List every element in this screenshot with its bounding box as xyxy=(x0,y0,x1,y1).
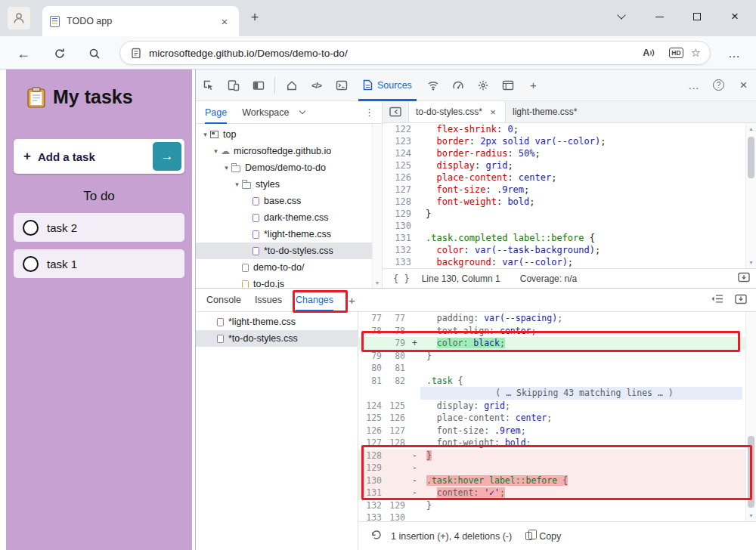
expand-drawer-button[interactable] xyxy=(711,294,724,306)
browser-tab[interactable]: TODO app × xyxy=(42,6,239,36)
changes-diff-view[interactable]: 7777 padding: var(--spacing);7878 text-a… xyxy=(358,312,745,521)
inspect-element-button[interactable] xyxy=(196,70,221,101)
line-number[interactable]: 130 xyxy=(383,220,420,232)
code-editor[interactable]: 122 flex-shrink: 0;123 border: 2px solid… xyxy=(383,123,745,268)
navigator-scrollbar[interactable]: ▼ xyxy=(372,124,382,288)
add-task-input[interactable]: + Add a task → xyxy=(14,139,184,174)
changed-file-item[interactable]: *to-do-styles.css xyxy=(196,330,358,347)
line-number[interactable]: 122 xyxy=(383,123,420,135)
scroll-down-icon[interactable]: ▼ xyxy=(746,511,756,521)
search-button[interactable] xyxy=(85,44,104,63)
new-tab-button[interactable]: + xyxy=(246,10,263,26)
line-number[interactable]: 133 xyxy=(383,256,420,268)
tree-item-light-theme.css[interactable]: *light-theme.css xyxy=(196,226,372,243)
changed-file-item[interactable]: *light-theme.css xyxy=(196,314,358,330)
tab-welcome[interactable] xyxy=(279,70,304,101)
tree-item-microsoftedge.github.io[interactable]: ▾☁microsoftedge.github.io xyxy=(196,143,372,159)
tab-network[interactable] xyxy=(421,70,446,101)
url-text[interactable]: microsoftedge.github.io/Demos/demo-to-do… xyxy=(149,48,643,59)
tab-sources[interactable]: Sources xyxy=(354,70,421,101)
back-button[interactable]: ← xyxy=(14,44,33,63)
drawer-tab-issues[interactable]: Issues xyxy=(255,289,282,312)
diff-row-ctx: 7777 padding: var(--spacing); xyxy=(358,312,745,325)
devtools-panel: </> Sources xyxy=(195,70,756,550)
toggle-navigator-button[interactable] xyxy=(383,101,408,122)
browser-chevron-button[interactable] xyxy=(605,3,638,30)
close-window-button[interactable]: × xyxy=(718,3,751,30)
line-number[interactable]: 123 xyxy=(383,135,420,147)
editor-tab-to-do-styles[interactable]: to-do-styles.css* × xyxy=(408,101,506,122)
task-checkbox[interactable] xyxy=(23,220,39,236)
tab-workspace[interactable]: Workspace xyxy=(242,101,289,124)
close-devtools-button[interactable]: × xyxy=(731,70,756,101)
browser-menu-button[interactable]: … xyxy=(724,44,744,63)
copy-icon[interactable] xyxy=(525,532,532,540)
line-number[interactable]: 124 xyxy=(383,147,420,159)
task-item[interactable]: task 2 xyxy=(14,213,184,242)
line-number[interactable]: 128 xyxy=(383,196,420,208)
help-button[interactable]: ? xyxy=(706,70,731,101)
tab-memory[interactable] xyxy=(471,70,496,101)
line-number[interactable]: 125 xyxy=(383,159,420,171)
copy-button[interactable]: Copy xyxy=(539,531,561,542)
profile-avatar[interactable] xyxy=(8,7,30,29)
drawer-tab-console[interactable]: Console xyxy=(206,289,241,312)
editor-scrollbar[interactable]: ▲ ▼ xyxy=(745,123,756,268)
scroll-up-icon[interactable]: ▲ xyxy=(746,124,756,134)
line-number[interactable]: 127 xyxy=(383,184,420,196)
add-task-submit-button[interactable]: → xyxy=(153,142,181,171)
chevron-expanded-icon[interactable]: ▾ xyxy=(211,147,221,155)
tree-item-demo-to-do[interactable]: demo-to-do/ xyxy=(196,259,372,276)
scrollbar-thumb[interactable] xyxy=(748,436,754,508)
tab-close-icon[interactable]: × xyxy=(218,15,231,28)
editor-tab-light-theme[interactable]: light-theme.css* xyxy=(506,101,584,122)
tab-application[interactable] xyxy=(496,70,521,101)
tab-performance[interactable] xyxy=(446,70,471,101)
chevron-down-icon[interactable] xyxy=(299,108,305,114)
scroll-down-icon[interactable]: ▼ xyxy=(373,278,382,288)
scroll-down-icon[interactable]: ▼ xyxy=(746,258,756,267)
tree-item-top[interactable]: ▾top xyxy=(196,126,372,143)
close-tab-icon[interactable]: × xyxy=(488,107,498,118)
tree-item-demosdemo-to-do[interactable]: ▾Demos/demo-to-do xyxy=(196,159,372,176)
open-drawer-button[interactable] xyxy=(738,272,750,285)
favorites-star-icon[interactable]: ☆ xyxy=(691,46,701,60)
console-icon xyxy=(336,79,348,91)
read-aloud-button[interactable]: A xyxy=(643,48,655,58)
tree-item-base.css[interactable]: base.css xyxy=(196,193,372,209)
devtools-menu-button[interactable]: … xyxy=(681,70,706,101)
maximize-button[interactable] xyxy=(680,3,714,30)
tab-page[interactable]: Page xyxy=(205,101,227,124)
revert-button[interactable] xyxy=(370,530,382,542)
line-number[interactable]: 131 xyxy=(383,232,420,244)
tab-console[interactable] xyxy=(329,70,354,101)
hd-badge[interactable]: HD xyxy=(669,48,683,58)
add-drawer-tab-button[interactable]: + xyxy=(349,294,355,307)
tree-item-label: base.css xyxy=(264,196,301,206)
tab-elements[interactable]: </> xyxy=(304,70,329,101)
task-item[interactable]: task 1 xyxy=(14,249,184,278)
tree-item-to-do.js[interactable]: to-do.js xyxy=(196,276,372,288)
tree-item-dark-theme.css[interactable]: dark-theme.css xyxy=(196,209,372,226)
chevron-expanded-icon[interactable]: ▾ xyxy=(232,181,242,188)
navigator-more-icon[interactable]: ⋮ xyxy=(364,107,374,118)
line-number[interactable]: 132 xyxy=(383,244,420,256)
pretty-print-button[interactable]: { } xyxy=(393,273,410,284)
tree-item-styles[interactable]: ▾styles xyxy=(196,176,372,193)
task-checkbox[interactable] xyxy=(23,256,39,272)
address-bar[interactable]: microsoftedge.github.io/Demos/demo-to-do… xyxy=(119,41,711,65)
device-toolbar-button[interactable] xyxy=(221,70,246,101)
diff-scrollbar[interactable]: ▼ xyxy=(745,312,756,521)
minimize-button[interactable] xyxy=(643,3,676,30)
refresh-button[interactable] xyxy=(50,44,70,63)
tree-item-to-do-styles.css[interactable]: *to-do-styles.css xyxy=(196,243,372,259)
line-number[interactable]: 126 xyxy=(383,171,420,184)
more-tabs-button[interactable]: + xyxy=(521,70,546,101)
drawer-tab-changes[interactable]: Changes xyxy=(296,289,333,312)
dock-drawer-button[interactable] xyxy=(735,294,747,307)
scrollbar-thumb[interactable] xyxy=(748,137,754,178)
chevron-expanded-icon[interactable]: ▾ xyxy=(200,131,210,138)
chevron-expanded-icon[interactable]: ▾ xyxy=(222,164,231,171)
line-number[interactable]: 129 xyxy=(383,208,420,220)
panel-layout-button[interactable] xyxy=(246,70,271,101)
